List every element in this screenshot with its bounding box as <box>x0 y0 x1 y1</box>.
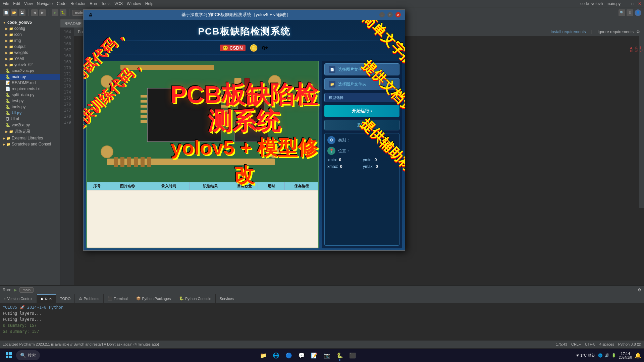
tree-item-voc2txt[interactable]: 🐍 voc2txt.py <box>0 122 60 128</box>
windows-taskbar: 🔍 搜索 📁 🌐 🔵 💬 📝 📷 🐍 ⬛ ☀ 1°C 晴朗 🌐 🔊 🔋 17:1… <box>0 349 644 362</box>
xmin-item: xmin: 0 <box>327 158 361 162</box>
xmin-label: xmin: <box>327 158 337 162</box>
tree-item-icon[interactable]: ▶ 📁 icon <box>0 32 60 38</box>
window-max-btn[interactable]: □ <box>387 12 393 17</box>
taskbar-search-box[interactable]: 🔍 搜索 <box>16 350 40 360</box>
tab-readme[interactable]: README <box>60 19 86 27</box>
taskbar-camera[interactable]: 📷 <box>321 349 333 361</box>
debug-icon[interactable]: 🐛 <box>60 9 66 16</box>
menu-window[interactable]: Window <box>127 1 141 6</box>
settings-icon[interactable]: ⚙ <box>627 9 633 16</box>
tree-item-requirements[interactable]: 📄 requirements.txt <box>0 86 60 92</box>
tree-label-weights: weights <box>14 50 28 55</box>
tree-item-splitdata[interactable]: 🐍 split_data.py <box>0 92 60 98</box>
tab-problems[interactable]: ⚠ Problems <box>75 294 103 303</box>
taskbar-app-8[interactable]: ⬛ <box>346 349 359 361</box>
pcb-app-header: PCB板缺陷检测系统 😊 CSDN 🪙 🛍 <box>84 20 405 61</box>
select-file-btn[interactable]: 📄 选择图片文件 <box>324 63 399 75</box>
tree-item-ui-py[interactable]: 🐍 UI.py <box>0 110 60 116</box>
tree-item-main[interactable]: 🐍 main.py <box>0 74 60 80</box>
menu-view[interactable]: View <box>24 1 33 6</box>
tab-python-console[interactable]: 🐍 Python Console <box>175 294 216 303</box>
run-config[interactable]: main <box>19 287 34 293</box>
svg-rect-25 <box>141 157 145 167</box>
tree-label-yolov5: yolov5_62 <box>14 62 33 67</box>
menu-run[interactable]: Run <box>90 1 97 6</box>
network-icon[interactable]: 🌐 <box>598 353 603 358</box>
volume-icon[interactable]: 🔊 <box>605 353 609 358</box>
taskbar-browser[interactable]: 🌐 <box>270 349 282 361</box>
tab-run[interactable]: ▶ Run <box>37 294 56 303</box>
run-icon-btn[interactable]: ▶ <box>14 288 17 292</box>
folder-icon-btn: 📁 <box>329 81 335 87</box>
back-icon[interactable]: ◀ <box>31 9 38 16</box>
reset-btn[interactable]: 重置 › <box>324 120 399 130</box>
new-file-icon[interactable]: 📄 <box>3 9 9 16</box>
select-folder-btn[interactable]: 📁 选择图片文件夹 <box>324 78 399 90</box>
tab-python-packages[interactable]: 📦 Python Packages <box>132 294 175 303</box>
open-icon[interactable]: 📂 <box>11 9 17 16</box>
tree-item-yolov5[interactable]: ▶ 📁 yolov5_62 <box>0 62 60 68</box>
tree-item-img[interactable]: ▶ 📁 img <box>0 38 60 44</box>
tree-item-yaml[interactable]: ▶ 📁 YAML <box>0 56 60 62</box>
tree-item-test[interactable]: 🐍 test.py <box>0 98 60 104</box>
tree-item-tools[interactable]: 🐍 tools.py <box>0 104 60 110</box>
xmin-value: 0 <box>339 158 341 162</box>
tab-services[interactable]: Services <box>216 294 238 303</box>
window-minimize[interactable]: ─ <box>625 1 628 6</box>
menu-refactor[interactable]: Refactor <box>70 1 86 6</box>
coord-grid: xmin: 0 ymin: 0 xmax: 0 ymax: <box>327 158 396 169</box>
install-requirements-btn[interactable]: Install requirements <box>551 29 586 34</box>
window-close[interactable]: ✕ <box>638 1 641 6</box>
window-close-btn[interactable]: ✕ <box>395 12 401 17</box>
menu-help[interactable]: Help <box>145 1 154 6</box>
tree-root-project[interactable]: ▼ code_yolov5 <box>0 19 60 25</box>
user-icon[interactable]: 👤 <box>635 9 641 16</box>
taskbar-pycharm[interactable]: 🐍 <box>334 349 346 361</box>
tree-item-ui-ui[interactable]: 🖼 UI.ui <box>0 116 60 122</box>
svg-rect-10 <box>141 95 147 98</box>
tree-item-config[interactable]: ▶ 📁 config <box>0 25 60 32</box>
window-min-btn[interactable]: ─ <box>379 12 385 17</box>
taskbar-clock[interactable]: 17:14 2024/1/8 <box>619 352 632 359</box>
window-maximize[interactable]: □ <box>632 1 634 6</box>
forward-icon[interactable]: ▶ <box>39 9 46 16</box>
search-icon[interactable]: 🔍 <box>619 9 625 16</box>
taskbar-chrome[interactable]: 🔵 <box>283 349 295 361</box>
svg-rect-24 <box>134 157 138 167</box>
tree-item-external-libs[interactable]: ▶ 📁 External Libraries <box>0 135 60 141</box>
tree-item-scratches[interactable]: ▶ 📁 Scratches and Consol <box>0 141 60 147</box>
menu-file[interactable]: File <box>3 1 9 6</box>
tree-item-readme[interactable]: 📝 README.md <box>0 80 60 86</box>
menu-edit[interactable]: Edit <box>13 1 20 6</box>
tree-item-training-log[interactable]: ▶ 📁 训练记录 <box>0 128 60 135</box>
xmax-value: 0 <box>340 164 342 169</box>
run-detection-btn[interactable]: 开始运行 › <box>324 105 399 117</box>
py-icon-split: 🐍 <box>5 93 10 97</box>
tab-version-control[interactable]: ↕ Version Control <box>0 294 37 303</box>
tree-label-splitdata: split_data.py <box>12 93 34 97</box>
svg-rect-17 <box>221 100 228 103</box>
taskbar-note[interactable]: 📝 <box>308 349 320 361</box>
run-settings-icon[interactable]: ⚙ <box>638 288 641 292</box>
menu-vcs[interactable]: VCS <box>114 1 123 6</box>
menu-tools[interactable]: Tools <box>101 1 110 6</box>
tab-terminal[interactable]: ⬛ Terminal <box>104 294 132 303</box>
save-icon[interactable]: 💾 <box>19 9 25 16</box>
settings-requirements-icon[interactable]: ⚙ <box>636 29 640 34</box>
tree-item-output[interactable]: ▶ 📁 output <box>0 44 60 50</box>
ymin-value: 0 <box>375 158 377 162</box>
model-select-dropdown[interactable]: 模型选择 yolov5s yolov5m <box>324 93 399 102</box>
notification-icon[interactable]: 🔔 <box>635 352 641 359</box>
start-button[interactable] <box>3 349 15 361</box>
menu-code[interactable]: Code <box>57 1 66 6</box>
tab-todo[interactable]: TODO <box>56 294 75 303</box>
menu-navigate[interactable]: Navigate <box>37 1 53 6</box>
tree-item-coco2voc[interactable]: 🐍 coco2voc.py <box>0 68 60 74</box>
taskbar-explorer[interactable]: 📁 <box>257 349 269 361</box>
run-icon[interactable]: ▶ <box>52 9 58 16</box>
tree-label-external-libs: External Libraries <box>12 136 43 140</box>
ignore-requirements-btn[interactable]: Ignore requirements <box>598 29 634 34</box>
tree-item-weights[interactable]: ▶ 📁 weights <box>0 50 60 56</box>
taskbar-wechat[interactable]: 💬 <box>296 349 308 361</box>
